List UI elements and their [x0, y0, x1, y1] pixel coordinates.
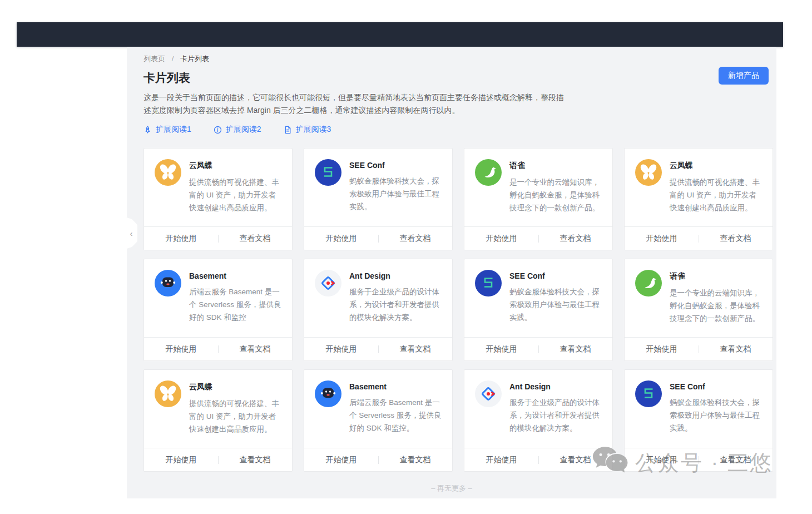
product-card: SEE Conf 蚂蚁金服体验科技大会，探索极致用户体验与最佳工程实践。 开始使…	[304, 148, 453, 250]
card-footer: 开始使用 查看文档	[304, 337, 452, 360]
product-description: 蚂蚁金服体验科技大会，探索极致用户体验与最佳工程实践。	[349, 175, 442, 213]
start-using-action[interactable]: 开始使用	[304, 448, 378, 471]
product-title: 云凤蝶	[189, 161, 282, 171]
product-card: SEE Conf 蚂蚁金服体验科技大会，探索极致用户体验与最佳工程实践。 开始使…	[624, 369, 773, 472]
product-description: 后端云服务 Basement 是一个 Serverless 服务，提供良好的 S…	[189, 285, 282, 324]
breadcrumb-item-list-page[interactable]: 列表页	[143, 55, 165, 63]
view-docs-action[interactable]: 查看文档	[378, 227, 452, 250]
yuque-bird-icon	[475, 159, 502, 186]
card-footer: 开始使用 查看文档	[464, 337, 612, 360]
product-title: SEE Conf	[509, 271, 602, 280]
product-title: SEE Conf	[670, 382, 763, 391]
product-description: 是一个专业的云端知识库，孵化自蚂蚁金服，是体验科技理念下的一款创新产品。	[670, 286, 763, 325]
product-title: Basement	[349, 382, 442, 391]
view-docs-action[interactable]: 查看文档	[218, 338, 292, 360]
add-product-button[interactable]: 新增产品	[719, 67, 769, 85]
product-description: 提供流畅的可视化搭建、丰富的 UI 资产，助力开发者快速创建出高品质应用。	[189, 397, 282, 436]
view-docs-action[interactable]: 查看文档	[538, 338, 612, 360]
basement-icon	[315, 380, 341, 407]
card-footer: 开始使用 查看文档	[464, 226, 612, 250]
card-footer: 开始使用 查看文档	[144, 337, 292, 360]
basement-icon	[155, 270, 181, 296]
info-circle-icon	[214, 126, 222, 134]
chevron-left-icon: ‹	[130, 229, 133, 238]
extended-reading-link[interactable]: 扩展阅读2	[214, 125, 261, 135]
card-footer: 开始使用 查看文档	[304, 226, 452, 250]
product-description: 蚂蚁金服体验科技大会，探索极致用户体验与最佳工程实践。	[509, 285, 602, 324]
start-using-action[interactable]: 开始使用	[304, 227, 378, 250]
start-using-action[interactable]: 开始使用	[144, 227, 218, 250]
card-footer: 开始使用 查看文档	[304, 448, 452, 471]
product-card: SEE Conf 蚂蚁金服体验科技大会，探索极致用户体验与最佳工程实践。 开始使…	[464, 259, 613, 361]
start-using-action[interactable]: 开始使用	[464, 227, 538, 250]
card-footer: 开始使用 查看文档	[625, 337, 773, 360]
view-docs-action[interactable]: 查看文档	[699, 227, 773, 250]
view-docs-action[interactable]: 查看文档	[699, 448, 773, 471]
start-using-action[interactable]: 开始使用	[625, 227, 699, 250]
product-card-grid: 云凤蝶 提供流畅的可视化搭建、丰富的 UI 资产，助力开发者快速创建出高品质应用…	[143, 148, 760, 472]
sidebar-collapse-handle[interactable]: ‹	[125, 217, 137, 249]
product-description: 蚂蚁金服体验科技大会，探索极致用户体验与最佳工程实践。	[670, 396, 763, 434]
product-card: 云凤蝶 提供流畅的可视化搭建、丰富的 UI 资产，助力开发者快速创建出高品质应用…	[624, 148, 773, 250]
page-title: 卡片列表	[143, 70, 190, 86]
product-description: 服务于企业级产品的设计体系，为设计者和开发者提供的模块化解决方案。	[509, 396, 602, 434]
breadcrumb-separator: /	[172, 55, 174, 63]
no-more-text: – 再无更多 –	[143, 483, 760, 493]
product-card: 云凤蝶 提供流畅的可视化搭建、丰富的 UI 资产，助力开发者快速创建出高品质应用…	[143, 369, 293, 472]
card-footer: 开始使用 查看文档	[464, 448, 612, 471]
start-using-action[interactable]: 开始使用	[304, 338, 378, 360]
product-title: Basement	[189, 271, 282, 280]
rocket-icon	[143, 126, 152, 134]
product-card: Basement 后端云服务 Basement 是一个 Serverless 服…	[304, 369, 453, 472]
file-text-icon	[284, 126, 292, 134]
seeconf-icon	[635, 380, 662, 407]
page-header: 卡片列表	[143, 70, 760, 86]
start-using-action[interactable]: 开始使用	[464, 448, 538, 471]
start-using-action[interactable]: 开始使用	[464, 338, 538, 360]
butterfly-icon	[155, 159, 181, 186]
product-title: 云凤蝶	[189, 382, 282, 392]
butterfly-icon	[155, 380, 181, 407]
start-using-action[interactable]: 开始使用	[144, 338, 218, 360]
view-docs-action[interactable]: 查看文档	[699, 338, 773, 360]
product-card: 语雀 是一个专业的云端知识库，孵化自蚂蚁金服，是体验科技理念下的一款创新产品。 …	[464, 148, 613, 250]
product-description: 后端云服务 Basement 是一个 Serverless 服务，提供良好的 S…	[349, 396, 442, 434]
view-docs-action[interactable]: 查看文档	[218, 448, 292, 471]
card-footer: 开始使用 查看文档	[625, 448, 773, 471]
breadcrumb-item-card-list: 卡片列表	[180, 55, 209, 63]
extended-reading-link[interactable]: 扩展阅读1	[143, 125, 191, 135]
product-description: 提供流畅的可视化搭建、丰富的 UI 资产，助力开发者快速创建出高品质应用。	[189, 176, 282, 214]
page-description: 这是一段关于当前页面的描述，它可能很长也可能很短，但是要尽量精简地表达当前页面主…	[143, 91, 566, 117]
product-description: 服务于企业级产品的设计体系，为设计者和开发者提供的模块化解决方案。	[349, 285, 442, 324]
start-using-action[interactable]: 开始使用	[625, 338, 699, 360]
yuque-bird-icon	[635, 270, 662, 296]
start-using-action[interactable]: 开始使用	[625, 448, 699, 471]
butterfly-icon	[635, 159, 662, 186]
product-description: 提供流畅的可视化搭建、丰富的 UI 资产，助力开发者快速创建出高品质应用。	[670, 176, 763, 214]
product-card: Ant Design 服务于企业级产品的设计体系，为设计者和开发者提供的模块化解…	[464, 369, 613, 472]
view-docs-action[interactable]: 查看文档	[378, 338, 452, 360]
view-docs-action[interactable]: 查看文档	[538, 227, 612, 250]
product-title: 语雀	[670, 271, 763, 281]
top-nav-bar	[17, 22, 783, 47]
card-footer: 开始使用 查看文档	[625, 226, 773, 250]
antdesign-icon	[475, 380, 502, 407]
product-card: Basement 后端云服务 Basement 是一个 Serverless 服…	[143, 259, 293, 361]
seeconf-icon	[475, 270, 502, 296]
extended-reading-links: 扩展阅读1 扩展阅读2 扩展阅读3	[143, 125, 760, 135]
product-card: 语雀 是一个专业的云端知识库，孵化自蚂蚁金服，是体验科技理念下的一款创新产品。 …	[624, 259, 773, 361]
start-using-action[interactable]: 开始使用	[144, 448, 218, 471]
view-docs-action[interactable]: 查看文档	[538, 448, 612, 471]
product-description: 是一个专业的云端知识库，孵化自蚂蚁金服，是体验科技理念下的一款创新产品。	[509, 176, 602, 214]
product-card: Ant Design 服务于企业级产品的设计体系，为设计者和开发者提供的模块化解…	[304, 259, 453, 361]
extended-reading-link[interactable]: 扩展阅读3	[284, 125, 331, 135]
product-title: Ant Design	[349, 271, 442, 280]
product-title: 云凤蝶	[670, 161, 763, 171]
view-docs-action[interactable]: 查看文档	[378, 448, 452, 471]
view-docs-action[interactable]: 查看文档	[218, 227, 292, 250]
product-title: 语雀	[509, 161, 602, 171]
product-title: SEE Conf	[349, 161, 442, 170]
antdesign-icon	[315, 270, 341, 296]
product-title: Ant Design	[509, 382, 602, 391]
breadcrumb: 列表页 / 卡片列表	[143, 47, 760, 64]
